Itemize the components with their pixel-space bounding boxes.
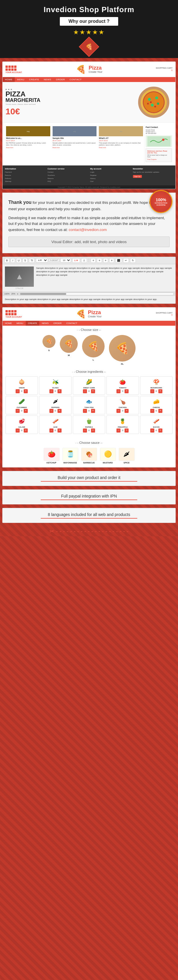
editor-btn-redo[interactable]: ↻ [130,258,136,263]
editor-zoom-25[interactable]: 25% [11,293,15,295]
editor-text[interactable]: Sample description in your app sample de… [36,267,173,290]
app-cart: SHOPPING CART0 [156,312,173,316]
salami-plus[interactable]: + [24,428,28,433]
ingredient-bacon[interactable]: 🥓 BACON − 0 + [140,415,173,434]
ingredient-salami[interactable]: 🥩 SALAMI − 0 + [5,415,38,434]
ingredient-onion[interactable]: 🧅 ONION − 0 + [5,376,38,395]
ingredient-pineapple[interactable]: 🍍 PINEAPPLE − 0 + [106,415,139,434]
nav-create[interactable]: CREATE [27,77,41,82]
editor-zoom-a[interactable]: a [17,293,18,295]
ingredient-cucumber[interactable]: 🥒 CUCUMBER − 0 + [5,396,38,414]
tunafish-plus[interactable]: + [91,409,95,413]
ingredient-cheese[interactable]: 🧀 CHEESE − 0 + [140,396,173,414]
size-label-xl: XL [121,363,124,365]
sauce-ketchup[interactable]: 🍅 KETCHUP [44,448,60,464]
editor-btn-bold[interactable]: B [4,258,10,263]
peppers-minus[interactable]: − [49,409,54,413]
app-nav-create[interactable]: CREATE [26,321,40,326]
ham-minus[interactable]: − [49,428,54,433]
pineapple-minus[interactable]: − [116,428,121,433]
pineapple-plus[interactable]: + [124,428,129,433]
onion-minus[interactable]: − [16,389,20,393]
ingredient-olives[interactable]: 🫒 OLIVES − 0 + [39,376,72,395]
editor-zoom-100[interactable]: 100% [4,293,10,295]
editor-btn-strike[interactable]: S [22,258,28,263]
editor-btn-align-center[interactable]: ≡ [97,258,102,263]
sauce-spice[interactable]: 🌶 SPICE [119,448,135,464]
chicken-icon: 🍗 [117,397,128,406]
mushrooms-minus[interactable]: − [150,389,154,393]
size-item-l[interactable]: 🍕 L [82,335,105,365]
tunafish-minus[interactable]: − [83,409,87,413]
olives-plus[interactable]: + [57,389,62,393]
editor-btn-underline[interactable]: U [16,258,22,263]
sauce-mayonnaise[interactable]: 🫙 MAYONNAISE [62,448,78,464]
editor-font-select[interactable]: A▼ [36,258,48,262]
ingredient-paprika[interactable]: 🫑 PAPRIKA − 0 + [73,415,105,434]
chicken-minus[interactable]: − [116,409,121,413]
ingredient-sweetcorn[interactable]: 🌽 SWEET CORN − 0 + [73,376,105,395]
ingredients-section: 🧅 ONION − 0 + 🫒 OLIVES − 0 + 🌽 SW [3,374,175,439]
editor-toolbar: B I U S Tt A▼ 9.3/0.6/7 16 A▼ ⚠ ≡ ≡ ≡ ≡ … [3,257,175,264]
sauce-mustard[interactable]: 🟡 MUSTARD [100,448,116,464]
ingredient-ham[interactable]: 🥓 HAM − 0 + [39,415,72,434]
editor-btn-warning[interactable]: ⚠ [81,258,87,263]
editor-btn-text[interactable]: Tt [29,258,35,263]
onion-plus[interactable]: + [24,389,28,393]
ingredient-tunafish[interactable]: 🐟 TUNA FISH − 0 + [73,396,105,414]
editor-btn-undo[interactable]: ↩ [123,258,129,263]
salami-minus[interactable]: − [16,428,20,433]
contact-email-link[interactable]: contact@invedion.com [69,228,107,232]
mushrooms-plus[interactable]: + [158,389,162,393]
editor-scrollbar[interactable] [20,293,174,295]
nav-news[interactable]: NEWS [41,77,54,82]
ham-plus[interactable]: + [57,428,62,433]
ingredient-tomato[interactable]: 🍅 TOMATO − 0 + [106,376,139,395]
app-nav-news[interactable]: NEWS [39,321,51,326]
editor-btn-color[interactable]: A▼ [72,258,80,263]
salami-icon: 🥩 [16,417,27,426]
app-nav-menu[interactable]: MENU [14,321,26,326]
ingredient-chicken[interactable]: 🍗 CHICKEN − 0 + [106,396,139,414]
peppers-plus[interactable]: + [57,409,62,413]
tomato-minus[interactable]: − [116,389,121,393]
editor-btn-align-right[interactable]: ≡ [103,258,108,263]
cheese-minus[interactable]: − [150,409,154,413]
size-item-s[interactable]: 🍕 S [43,335,56,365]
nav-menu[interactable]: MENU [15,77,27,82]
cucumber-plus[interactable]: + [24,409,28,413]
size-item-xl[interactable]: 🍕 XL [109,335,135,365]
app-nav-contact[interactable]: CONTACT [64,321,79,326]
sauce-barbecue[interactable]: 🍖 BARBECUE [81,448,97,464]
ingredient-mushrooms[interactable]: 🍄 MUSHROOMS − 0 + [140,376,173,395]
nav-contact[interactable]: CONTACT [67,77,84,82]
editor-btn-align-left[interactable]: ≡ [91,258,95,263]
app-nav: HOME MENU CREATE NEWS ORDER CONTACT [3,321,175,326]
ingredient-peppers[interactable]: 🌶 PEPPERS − 0 + [39,396,72,414]
app-nav-home[interactable]: HOME [3,321,14,326]
header-title: Invedion Shop Platform [3,5,175,14]
sweetcorn-plus[interactable]: + [91,389,95,393]
bacon-minus[interactable]: − [150,428,154,433]
editor-btn-italic[interactable]: I [11,258,15,263]
cheese-plus[interactable]: + [158,409,162,413]
paprika-minus[interactable]: − [83,428,87,433]
olives-minus[interactable]: − [49,389,54,393]
paprika-plus[interactable]: + [91,428,95,433]
svg-point-4 [148,98,151,101]
barbecue-icon: 🍖 [81,448,97,461]
chicken-plus[interactable]: + [124,409,129,413]
cucumber-minus[interactable]: − [16,409,20,413]
editor-btn-justify[interactable]: ≡ [109,258,114,263]
nav-home[interactable]: HOME [3,77,15,82]
bacon-plus[interactable]: + [158,428,162,433]
editor-size-select[interactable]: 16 [60,258,71,262]
app-nav-order[interactable]: ORDER [51,321,64,326]
nav-order[interactable]: ORDER [54,77,67,82]
sweetcorn-minus[interactable]: − [83,389,87,393]
size-item-m[interactable]: 🍕 M [60,335,78,365]
size-grid: 🍕 S 🍕 M 🍕 L 🍕 XL [3,332,175,368]
feature-languages: 8 languages included for all web and pro… [2,508,176,523]
tomato-plus[interactable]: + [124,389,129,393]
editor-btn-list[interactable]: ⬛ [115,258,122,263]
